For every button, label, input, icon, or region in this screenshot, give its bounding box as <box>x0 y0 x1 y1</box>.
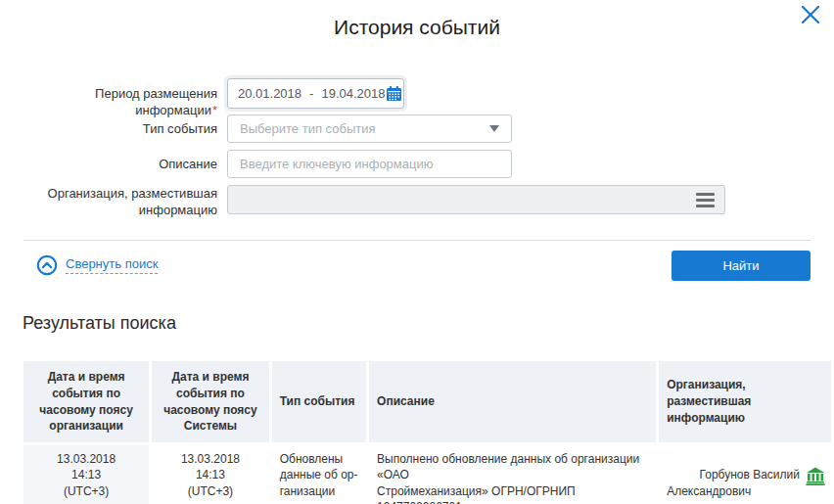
cell-description: Выполнено обновление данных об организац… <box>369 445 656 504</box>
date-to-value: 19.04.2018 <box>321 86 385 101</box>
col-header-event-type: Тип события <box>272 361 366 442</box>
date-from-value: 20.01.2018 <box>238 86 301 101</box>
table-row[interactable]: 13.03.2018 14:13 (UTC+3) 13.03.2018 14:1… <box>23 445 831 504</box>
col-header-description: Описание <box>369 361 656 442</box>
results-table: Дата и время события по часовому поясу о… <box>21 358 834 504</box>
event-type-label: Тип события <box>23 121 217 138</box>
required-asterisk: * <box>212 103 217 117</box>
table-header-row: Дата и время события по часовому поясу о… <box>23 361 831 442</box>
chevron-down-icon <box>489 125 499 132</box>
col-header-system-tz: Дата и время события по часовому поясу С… <box>152 361 269 442</box>
event-type-placeholder: Выберите тип события <box>240 121 375 136</box>
cell-event-type: Обновлены данные об ор- ганизации <box>272 445 366 504</box>
period-date-range-input[interactable]: 20.01.2018 - 19.04.2018 <box>227 78 404 109</box>
results-heading: Результаты поиска <box>23 313 176 334</box>
calendar-icon[interactable] <box>386 85 402 102</box>
bank-icon <box>766 451 825 504</box>
organization-picker[interactable] <box>227 185 725 214</box>
description-field-wrap <box>227 150 512 178</box>
page-title: История событий <box>0 16 834 39</box>
collapse-search-toggle[interactable]: Свернуть поиск <box>36 254 158 276</box>
col-header-organization: Организация, разместившая информацию <box>659 361 831 442</box>
cell-system-tz-time: 13.03.2018 14:13 (UTC+3) <box>152 445 269 504</box>
organization-label: Организация, разместившая информацию <box>23 186 217 219</box>
description-input[interactable] <box>228 151 511 177</box>
description-label: Описание <box>23 157 217 173</box>
collapse-search-link[interactable]: Свернуть поиск <box>66 256 158 274</box>
cell-organization: Горбунов Василий Александрович <box>659 445 831 504</box>
period-label: Период размещения информации* <box>23 86 217 119</box>
menu-icon[interactable] <box>696 193 715 207</box>
find-button[interactable]: Найти <box>672 251 811 281</box>
chevron-up-circle-icon[interactable] <box>36 254 58 276</box>
event-type-select[interactable]: Выберите тип события <box>227 115 512 143</box>
event-history-modal: История событий Период размещения информ… <box>0 0 834 504</box>
section-divider <box>23 240 811 241</box>
col-header-org-tz: Дата и время события по часовому поясу о… <box>23 361 149 442</box>
close-icon[interactable] <box>799 3 822 26</box>
date-range-dash: - <box>309 86 313 101</box>
cell-org-tz-time: 13.03.2018 14:13 (UTC+3) <box>23 445 149 504</box>
